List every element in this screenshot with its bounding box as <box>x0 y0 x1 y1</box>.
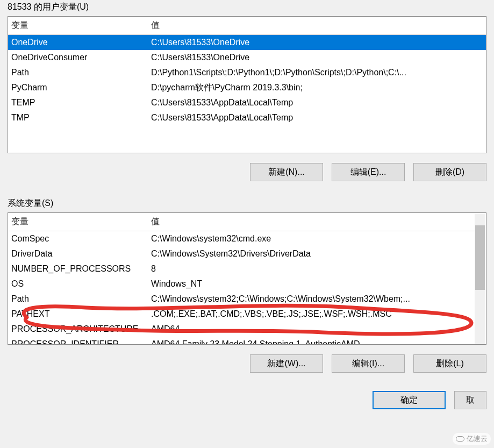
table-row[interactable]: TEMPC:\Users\81533\AppData\Local\Temp <box>8 95 486 110</box>
cell-variable: Path <box>8 65 148 80</box>
cell-variable: OneDriveConsumer <box>8 50 148 65</box>
user-new-button[interactable]: 新建(N)... <box>250 163 323 181</box>
system-new-button[interactable]: 新建(W)... <box>250 354 323 373</box>
cell-value: C:\Users\81533\OneDrive <box>148 50 486 65</box>
scrollbar-thumb[interactable] <box>475 225 485 290</box>
cell-variable: DriverData <box>8 246 148 261</box>
table-row[interactable]: PATHEXT.COM;.EXE;.BAT;.CMD;.VBS;.VBE;.JS… <box>8 307 475 322</box>
system-delete-button[interactable]: 删除(L) <box>413 354 486 373</box>
user-edit-button[interactable]: 编辑(E)... <box>332 163 405 181</box>
cell-variable: PROCESSOR_ARCHITECTURE <box>8 322 148 337</box>
cell-value: C:\Windows\System32\Drivers\DriverData <box>148 246 475 261</box>
cell-variable: PyCharm <box>8 80 148 95</box>
cell-variable: PROCESSOR_IDENTIFIER <box>8 337 148 345</box>
cell-value: D:\Python1\Scripts\;D:\Python1\;D:\Pytho… <box>148 65 486 80</box>
table-row[interactable]: OneDriveC:\Users\81533\OneDrive <box>8 35 486 50</box>
cell-variable: ComSpec <box>8 231 148 246</box>
table-row[interactable]: NUMBER_OF_PROCESSORS8 <box>8 261 475 276</box>
table-row[interactable]: TMPC:\Users\81533\AppData\Local\Temp <box>8 110 486 125</box>
user-table-header: 变量 值 <box>8 17 486 35</box>
table-row[interactable]: OneDriveConsumerC:\Users\81533\OneDrive <box>8 50 486 65</box>
cell-value: C:\Users\81533\AppData\Local\Temp <box>148 110 486 125</box>
system-scrollbar[interactable] <box>475 214 485 344</box>
table-row[interactable]: OSWindows_NT <box>8 276 475 291</box>
cell-value: C:\Users\81533\OneDrive <box>148 35 486 50</box>
header-variable[interactable]: 变量 <box>8 213 148 231</box>
cell-variable: NUMBER_OF_PROCESSORS <box>8 261 148 276</box>
system-vars-label: 系统变量(S) <box>8 196 486 212</box>
user-delete-button[interactable]: 删除(D) <box>413 163 486 181</box>
user-vars-table[interactable]: 变量 值 OneDriveC:\Users\81533\OneDriveOneD… <box>8 16 486 153</box>
cell-value: .COM;.EXE;.BAT;.CMD;.VBS;.VBE;.JS;.JSE;.… <box>148 307 475 322</box>
table-row[interactable]: DriverDataC:\Windows\System32\Drivers\Dr… <box>8 246 475 261</box>
cancel-button[interactable]: 取 <box>454 391 486 409</box>
cell-variable: Path <box>8 291 148 307</box>
table-row[interactable]: PROCESSOR_IDENTIFIERAMD64 Family 23 Mode… <box>8 337 475 345</box>
table-row[interactable]: PyCharmD:\pycharm软件\PyCharm 2019.3.3\bin… <box>8 80 486 95</box>
user-vars-label: 81533 的用户变量(U) <box>8 0 486 16</box>
cell-variable: TMP <box>8 110 148 125</box>
table-row[interactable]: PROCESSOR_ARCHITECTUREAMD64 <box>8 322 475 337</box>
cell-value: C:\Windows\system32\cmd.exe <box>148 231 475 246</box>
header-value[interactable]: 值 <box>148 17 486 34</box>
table-row[interactable]: PathD:\Python1\Scripts\;D:\Python1\;D:\P… <box>8 65 486 80</box>
cell-value: D:\pycharm软件\PyCharm 2019.3.3\bin; <box>148 80 486 95</box>
cell-value: 8 <box>148 261 475 276</box>
cell-variable: PATHEXT <box>8 307 148 322</box>
cell-value: AMD64 Family 23 Model 24 Stepping 1, Aut… <box>148 337 475 345</box>
cell-value: AMD64 <box>148 322 475 337</box>
table-row[interactable]: PathC:\Windows\system32;C:\Windows;C:\Wi… <box>8 291 475 307</box>
cloud-icon <box>456 436 464 442</box>
cell-variable: OS <box>8 276 148 291</box>
cell-value: C:\Windows\system32;C:\Windows;C:\Window… <box>148 291 475 307</box>
ok-button[interactable]: 确定 <box>373 391 446 409</box>
table-row[interactable]: ComSpecC:\Windows\system32\cmd.exe <box>8 231 475 246</box>
cell-value: Windows_NT <box>148 276 475 291</box>
cell-variable: OneDrive <box>8 35 148 50</box>
header-value[interactable]: 值 <box>148 213 486 231</box>
header-variable[interactable]: 变量 <box>8 17 148 34</box>
cell-value: C:\Users\81533\AppData\Local\Temp <box>148 95 486 110</box>
cell-variable: TEMP <box>8 95 148 110</box>
system-edit-button[interactable]: 编辑(I)... <box>332 354 405 373</box>
system-vars-table[interactable]: 变量 值 ComSpecC:\Windows\system32\cmd.exeD… <box>8 212 486 345</box>
system-table-header: 变量 值 <box>8 213 486 231</box>
watermark: 亿速云 <box>453 433 491 445</box>
